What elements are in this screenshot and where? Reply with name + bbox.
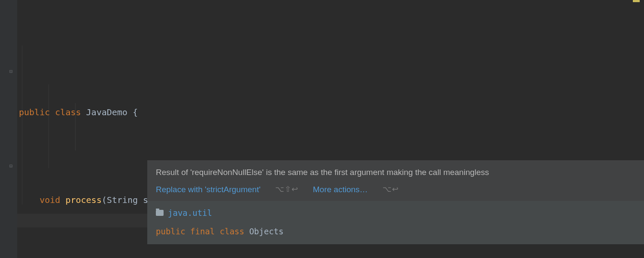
method-declaration: process [65, 195, 101, 205]
package-icon [156, 210, 164, 216]
quick-doc-section: java.util public final class Objects [147, 201, 644, 244]
shortcut-hint: ⌥⇧↩ [275, 184, 298, 195]
doc-package-row: java.util [156, 207, 635, 219]
keyword-class: class [55, 107, 81, 117]
shortcut-hint: ⌥↩ [383, 184, 399, 195]
param-type: String [107, 195, 138, 205]
keyword-class: class [220, 227, 244, 236]
inspection-section: Result of 'requireNonNullElse' is the sa… [147, 161, 644, 201]
inspection-popup: Result of 'requireNonNullElse' is the sa… [147, 160, 644, 244]
doc-class-name: Objects [249, 227, 283, 236]
inspection-message: Result of 'requireNonNullElse' is the sa… [156, 167, 635, 178]
fold-handle-icon[interactable]: ⊟ [9, 69, 15, 74]
replace-action-link[interactable]: Replace with 'strictArgument' [156, 184, 261, 196]
package-link[interactable]: java.util [168, 207, 212, 219]
code-line[interactable]: public class JavaDemo { [19, 103, 504, 121]
fold-handle-icon[interactable]: ⊟ [9, 163, 15, 169]
keyword-void: void [39, 195, 60, 205]
editor-gutter: ⊟ ⊟ [0, 0, 17, 258]
keyword-final: final [190, 227, 215, 236]
class-name: JavaDemo [86, 107, 128, 117]
keyword-public: public [19, 107, 50, 117]
paren-open: ( [102, 195, 107, 205]
keyword-public: public [156, 227, 185, 236]
doc-signature: public final class Objects [156, 225, 635, 238]
inspection-actions: Replace with 'strictArgument' ⌥⇧↩ More a… [156, 184, 635, 196]
brace-open: { [133, 107, 138, 117]
warning-stripe-marker[interactable] [633, 0, 640, 2]
more-actions-link[interactable]: More actions… [313, 184, 368, 196]
